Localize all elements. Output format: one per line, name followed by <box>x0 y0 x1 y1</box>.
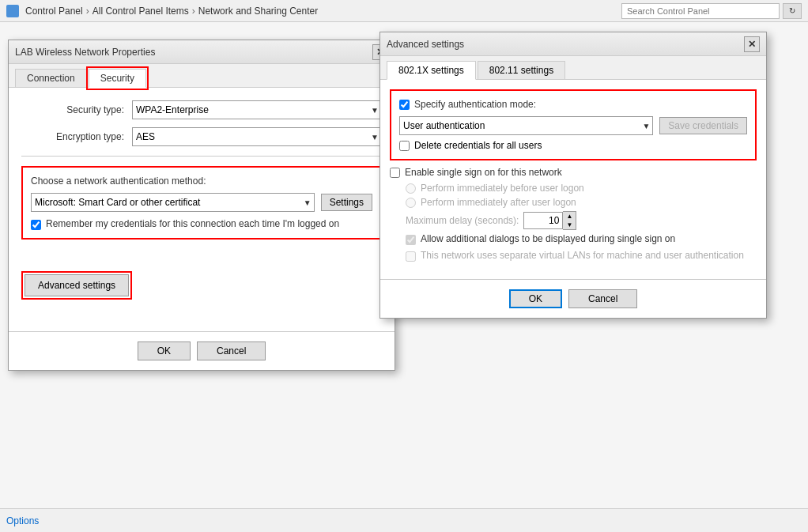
save-credentials-button[interactable]: Save credentials <box>659 117 747 134</box>
security-type-select[interactable]: WPA2-Enterprise <box>132 100 382 119</box>
statusbar-text[interactable]: Options <box>6 515 39 526</box>
specify-auth-mode-label: Specify authentication mode: <box>414 99 536 110</box>
auth-mode-select[interactable]: User authentication <box>399 116 653 135</box>
auth-method-row: Microsoft: Smart Card or other certifica… <box>31 193 372 212</box>
tab-connection[interactable]: Connection <box>15 69 87 87</box>
divider-1 <box>21 156 382 157</box>
adv-dialog-footer: OK Cancel <box>380 279 766 318</box>
allow-dialogs-row: Allow additional dialogs to be displayed… <box>406 233 757 245</box>
auth-mode-section: Specify authentication mode: User authen… <box>390 89 757 160</box>
enable-sso-row: Enable single sign on for this network <box>390 167 757 178</box>
breadcrumb-item-1[interactable]: Control Panel <box>25 6 83 17</box>
lab-dialog-footer: OK Cancel <box>9 331 395 370</box>
auth-method-select[interactable]: Microsoft: Smart Card or other certifica… <box>31 193 315 212</box>
perform-after-logon-label: Perform immediately after user logon <box>421 197 576 208</box>
specify-auth-mode-checkbox[interactable] <box>399 100 410 110</box>
delete-credentials-label: Delete credentials for all users <box>414 140 542 151</box>
auth-mode-header: Specify authentication mode: <box>399 99 747 110</box>
security-type-row: Security type: WPA2-Enterprise ▼ <box>21 100 382 119</box>
encryption-type-select[interactable]: AES <box>132 127 382 146</box>
advanced-settings-button[interactable]: Advanced settings <box>25 274 129 296</box>
lab-dialog-titlebar: LAB Wireless Network Properties ✕ <box>9 40 395 64</box>
adv-settings-wrapper: Advanced settings <box>21 258 382 312</box>
adv-cancel-button[interactable]: Cancel <box>568 289 637 308</box>
delay-spinner: ▲ ▼ <box>563 211 576 230</box>
remember-credentials-row: Remember my credentials for this connect… <box>31 218 372 230</box>
lab-tab-bar: Connection Security <box>9 64 395 88</box>
security-type-label: Security type: <box>21 104 124 115</box>
auth-settings-button[interactable]: Settings <box>321 194 372 211</box>
max-delay-input[interactable] <box>523 212 563 229</box>
adv-dialog-close-button[interactable]: ✕ <box>744 36 760 52</box>
remember-credentials-label: Remember my credentials for this connect… <box>46 218 372 229</box>
encryption-type-row: Encryption type: AES ▼ <box>21 127 382 146</box>
delay-spin-up-button[interactable]: ▲ <box>563 212 576 221</box>
max-delay-row: Maximum delay (seconds): ▲ ▼ <box>406 211 757 230</box>
adv-dialog-titlebar: Advanced settings ✕ <box>380 32 766 56</box>
allow-dialogs-checkbox[interactable] <box>406 235 416 245</box>
tab-security[interactable]: Security <box>89 69 146 88</box>
breadcrumb-item-3[interactable]: Network and Sharing Center <box>198 6 318 17</box>
perform-before-logon-label: Perform immediately before user logon <box>421 183 584 194</box>
adv-dialog: Advanced settings ✕ 802.1X settings 802.… <box>379 32 767 319</box>
encryption-type-label: Encryption type: <box>21 131 124 142</box>
statusbar: Options <box>0 508 808 532</box>
auth-method-label: Choose a network authentication method: <box>31 175 372 187</box>
separate-vlans-row: This network uses separate virtual LANs … <box>406 250 757 262</box>
perform-after-logon-row: Perform immediately after user logon <box>406 197 757 208</box>
auth-mode-row: User authentication ▼ Save credentials <box>399 116 747 135</box>
delete-credentials-row: Delete credentials for all users <box>399 140 747 151</box>
adv-ok-button[interactable]: OK <box>509 289 562 308</box>
delay-spin-down-button[interactable]: ▼ <box>563 221 576 229</box>
lab-cancel-button[interactable]: Cancel <box>197 341 266 360</box>
cp-icon <box>6 5 19 17</box>
separate-vlans-label: This network uses separate virtual LANs … <box>421 250 757 261</box>
auth-mode-select-wrapper: User authentication ▼ <box>399 116 653 135</box>
perform-after-logon-radio[interactable] <box>406 198 416 208</box>
adv-tab-bar: 802.1X settings 802.11 settings <box>380 56 766 80</box>
encryption-type-select-wrapper: AES ▼ <box>132 127 382 146</box>
radio-group: Perform immediately before user logon Pe… <box>406 183 757 208</box>
delete-credentials-checkbox[interactable] <box>399 141 410 151</box>
adv-dialog-title: Advanced settings <box>387 39 464 50</box>
allow-dialogs-label: Allow additional dialogs to be displayed… <box>421 233 757 244</box>
sso-section: Enable single sign on for this network P… <box>380 167 766 273</box>
search-input[interactable] <box>621 3 780 19</box>
security-type-select-wrapper: WPA2-Enterprise ▼ <box>132 100 382 119</box>
max-delay-label: Maximum delay (seconds): <box>406 215 519 226</box>
tab-80211-settings[interactable]: 802.11 settings <box>478 61 565 79</box>
breadcrumb-item-2[interactable]: All Control Panel Items <box>93 6 189 17</box>
perform-before-logon-row: Perform immediately before user logon <box>406 183 757 194</box>
adv-section-border: Advanced settings <box>21 271 132 300</box>
enable-sso-label: Enable single sign on for this network <box>405 167 562 178</box>
tab-8021x-settings[interactable]: 802.1X settings <box>387 61 476 80</box>
enable-sso-checkbox[interactable] <box>390 168 400 178</box>
auth-select-wrapper: Microsoft: Smart Card or other certifica… <box>31 193 315 212</box>
breadcrumb: Control Panel › All Control Panel Items … <box>25 6 618 17</box>
refresh-button[interactable]: ↻ <box>783 3 802 19</box>
auth-method-section: Choose a network authentication method: … <box>21 166 382 240</box>
delay-input-wrapper: ▲ ▼ <box>523 211 576 230</box>
perform-before-logon-radio[interactable] <box>406 183 416 194</box>
topbar: Control Panel › All Control Panel Items … <box>0 0 808 22</box>
lab-ok-button[interactable]: OK <box>138 341 191 360</box>
lab-dialog-title: LAB Wireless Network Properties <box>15 47 155 58</box>
separate-vlans-checkbox[interactable] <box>406 251 416 262</box>
lab-dialog-content: Security type: WPA2-Enterprise ▼ Encrypt… <box>9 88 395 325</box>
lab-dialog: LAB Wireless Network Properties ✕ Connec… <box>8 40 395 371</box>
remember-credentials-checkbox[interactable] <box>31 220 41 230</box>
